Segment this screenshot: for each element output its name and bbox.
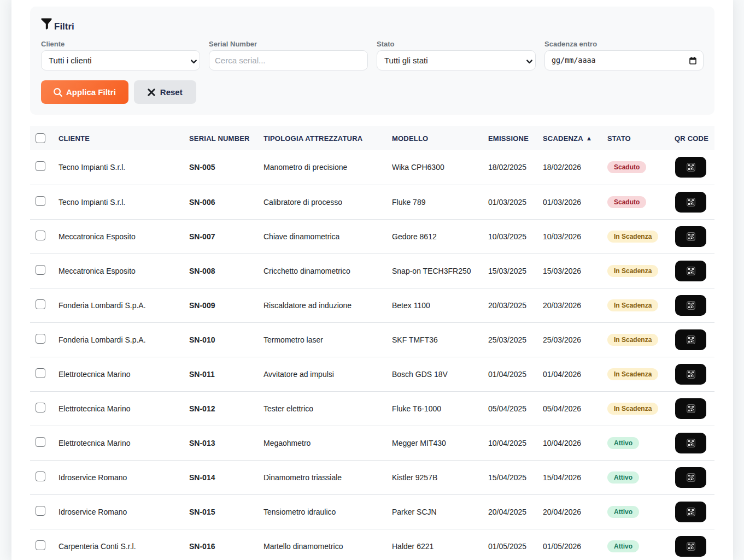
model-cell: Fluke T6-1000 — [385, 391, 482, 426]
apply-filters-label: Applica Filtri — [66, 87, 116, 97]
calendar-icon[interactable] — [689, 57, 696, 64]
row-checkbox[interactable] — [36, 540, 45, 550]
qr-code-button[interactable] — [675, 398, 706, 419]
qr-code-button[interactable] — [675, 364, 706, 385]
qr-code-icon — [687, 301, 695, 310]
row-checkbox[interactable] — [36, 161, 45, 171]
select-wrapper: Tutti gli stati — [377, 50, 536, 70]
row-checkbox[interactable] — [36, 196, 45, 206]
serial-cell: SN-006 — [183, 185, 257, 219]
row-checkbox[interactable] — [36, 403, 45, 412]
row-checkbox[interactable] — [36, 368, 45, 378]
table-row: Idroservice RomanoSN-014Dinamometro tria… — [30, 460, 714, 494]
qr-code-button[interactable] — [675, 226, 706, 247]
status-badge: Attivo — [607, 506, 639, 518]
filter-fields-row: Cliente Tutti i clienti Serial Number St… — [41, 40, 704, 70]
column-header-scadenza[interactable]: SCADENZA▲ — [536, 126, 601, 150]
qr-code-icon — [687, 370, 695, 379]
qr-code-icon — [687, 542, 695, 551]
status-badge: Scaduto — [607, 161, 646, 173]
filter-buttons-row: Applica Filtri Reset — [41, 80, 704, 104]
table-row: Elettrotecnica MarinoSN-012Tester elettr… — [30, 391, 714, 426]
qr-button-cell — [668, 185, 714, 219]
qr-button-cell — [668, 460, 714, 494]
row-checkbox[interactable] — [36, 299, 45, 309]
state-filter-select[interactable]: Tutti gli stati — [377, 50, 536, 70]
model-cell: Kistler 9257B — [385, 460, 482, 494]
checkbox-cell — [30, 150, 52, 185]
model-cell: Gedore 8612 — [385, 219, 482, 254]
column-header-qr-code[interactable]: QR CODE — [668, 126, 714, 150]
checkbox-cell — [30, 426, 52, 460]
row-checkbox[interactable] — [36, 471, 45, 481]
qr-code-button[interactable] — [675, 329, 706, 350]
row-checkbox[interactable] — [36, 334, 45, 344]
qr-button-cell — [668, 150, 714, 185]
select-all-checkbox[interactable] — [36, 133, 45, 143]
column-header-stato[interactable]: STATO — [601, 126, 668, 150]
client-cell: Carpenteria Conti S.r.l. — [52, 529, 183, 560]
client-filter-select[interactable]: Tutti i clienti — [41, 50, 200, 70]
filter-field: Stato Tutti gli stati — [377, 40, 536, 70]
equipment-table: CLIENTE SERIAL NUMBER TIPOLOGIA ATTREZZA… — [30, 126, 714, 560]
client-cell: Tecno Impianti S.r.l. — [52, 150, 183, 185]
qr-code-button[interactable] — [675, 502, 706, 522]
type-cell: Termometro laser — [257, 322, 385, 357]
type-cell: Dinamometro triassiale — [257, 460, 385, 494]
status-badge: In Scadenza — [607, 231, 658, 243]
client-cell: Elettrotecnica Marino — [52, 391, 183, 426]
serial-cell: SN-010 — [183, 322, 257, 357]
status-badge: Scaduto — [607, 196, 646, 208]
reset-filters-button[interactable]: Reset — [134, 80, 196, 104]
model-cell: Megger MIT430 — [385, 426, 482, 460]
row-checkbox[interactable] — [36, 506, 45, 516]
table-body: Tecno Impianti S.r.l.SN-005Manometro di … — [30, 150, 714, 560]
client-filter-label: Cliente — [41, 40, 200, 48]
status-cell: In Scadenza — [601, 391, 668, 426]
client-cell: Elettrotecnica Marino — [52, 357, 183, 391]
qr-button-cell — [668, 529, 714, 560]
status-cell: In Scadenza — [601, 322, 668, 357]
status-badge: In Scadenza — [607, 265, 658, 277]
status-cell: Attivo — [601, 460, 668, 494]
qr-button-cell — [668, 357, 714, 391]
qr-code-button[interactable] — [675, 536, 706, 557]
column-header-tipologia[interactable]: TIPOLOGIA ATTREZZATURA — [257, 126, 385, 150]
client-cell: Elettrotecnica Marino — [52, 426, 183, 460]
column-header-emissione[interactable]: EMISSIONE — [482, 126, 536, 150]
serial-filter-label: Serial Number — [209, 40, 368, 48]
table-row: Carpenteria Conti S.r.l.SN-016Martello d… — [30, 529, 714, 560]
qr-code-button[interactable] — [675, 467, 706, 488]
row-checkbox[interactable] — [36, 265, 45, 275]
serial-cell: SN-015 — [183, 494, 257, 529]
qr-button-cell — [668, 219, 714, 254]
qr-code-button[interactable] — [675, 295, 706, 316]
row-checkbox[interactable] — [36, 437, 45, 447]
serial-cell: SN-016 — [183, 529, 257, 560]
type-cell: Chiave dinamometrica — [257, 219, 385, 254]
qr-button-cell — [668, 288, 714, 322]
qr-code-button[interactable] — [675, 157, 706, 178]
apply-filters-button[interactable]: Applica Filtri — [41, 80, 128, 104]
table-row: Idroservice RomanoSN-015Tensiometro idra… — [30, 494, 714, 529]
checkbox-cell — [30, 219, 52, 254]
column-header-serial-number[interactable]: SERIAL NUMBER — [183, 126, 257, 150]
expiry-date-input[interactable]: gg/mm/aaaa — [544, 50, 704, 70]
row-checkbox[interactable] — [36, 231, 45, 240]
issued-date-cell: 01/03/2025 — [482, 185, 536, 219]
model-cell: Halder 6221 — [385, 529, 482, 560]
serial-search-input[interactable] — [209, 50, 368, 70]
reset-filters-label: Reset — [160, 87, 183, 97]
qr-code-button[interactable] — [675, 261, 706, 281]
column-header-modello[interactable]: MODELLO — [385, 126, 482, 150]
checkbox-cell — [30, 460, 52, 494]
issued-date-cell: 20/03/2025 — [482, 288, 536, 322]
status-cell: Attivo — [601, 529, 668, 560]
expiry-date-cell: 01/05/2026 — [536, 529, 601, 560]
qr-code-button[interactable] — [675, 433, 706, 453]
status-cell: Scaduto — [601, 150, 668, 185]
column-header-cliente[interactable]: CLIENTE — [52, 126, 183, 150]
qr-code-button[interactable] — [675, 192, 706, 213]
checkbox-cell — [30, 357, 52, 391]
expiry-date-cell: 15/03/2026 — [536, 254, 601, 288]
